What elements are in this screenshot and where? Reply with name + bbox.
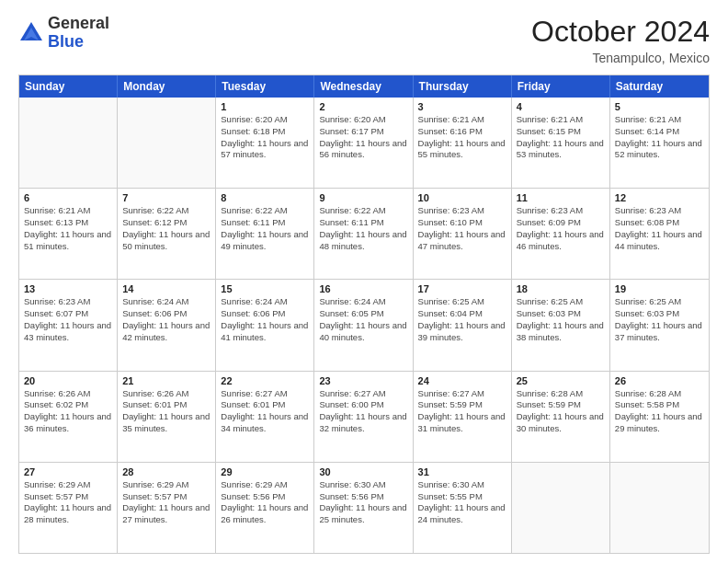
sunrise: Sunrise: 6:29 AM: [122, 479, 210, 491]
sunrise: Sunrise: 6:27 AM: [319, 388, 407, 400]
calendar-cell: 6Sunrise: 6:21 AMSunset: 6:13 PMDaylight…: [19, 189, 118, 279]
daylight: Daylight: 11 hours and 40 minutes.: [319, 320, 407, 344]
location: Tenampulco, Mexico: [531, 51, 710, 65]
calendar-cell: 8Sunrise: 6:22 AMSunset: 6:11 PMDaylight…: [216, 189, 314, 279]
day-number: 29: [221, 466, 309, 477]
calendar-week-3: 13Sunrise: 6:23 AMSunset: 6:07 PMDayligh…: [19, 279, 709, 370]
page: General Blue October 2024 Tenampulco, Me…: [0, 0, 728, 563]
sunrise: Sunrise: 6:30 AM: [418, 479, 506, 491]
sunrise: Sunrise: 6:23 AM: [517, 205, 605, 217]
daylight: Daylight: 11 hours and 34 minutes.: [221, 411, 309, 435]
day-number: 4: [517, 101, 605, 112]
calendar-cell: 22Sunrise: 6:27 AMSunset: 6:01 PMDayligh…: [216, 372, 314, 462]
calendar-cell: 29Sunrise: 6:29 AMSunset: 5:56 PMDayligh…: [216, 463, 314, 553]
sunrise: Sunrise: 6:28 AM: [615, 388, 704, 400]
calendar-cell: 12Sunrise: 6:23 AMSunset: 6:08 PMDayligh…: [610, 189, 709, 279]
calendar-cell: 9Sunrise: 6:22 AMSunset: 6:11 PMDaylight…: [314, 189, 413, 279]
calendar-cell: 2Sunrise: 6:20 AMSunset: 6:17 PMDaylight…: [314, 98, 413, 188]
day-number: 26: [615, 375, 704, 386]
day-number: 9: [319, 192, 407, 203]
daylight: Daylight: 11 hours and 35 minutes.: [122, 411, 210, 435]
daylight: Daylight: 11 hours and 42 minutes.: [122, 320, 210, 344]
calendar-cell: 30Sunrise: 6:30 AMSunset: 5:56 PMDayligh…: [314, 463, 413, 553]
sunrise: Sunrise: 6:24 AM: [319, 296, 407, 308]
day-number: 15: [221, 283, 309, 294]
sunrise: Sunrise: 6:26 AM: [24, 388, 112, 400]
calendar-cell: 17Sunrise: 6:25 AMSunset: 6:04 PMDayligh…: [414, 280, 512, 370]
day-number: 8: [221, 192, 309, 203]
daylight: Daylight: 11 hours and 38 minutes.: [517, 320, 605, 344]
day-number: 27: [24, 466, 112, 477]
header-day-tuesday: Tuesday: [216, 75, 314, 98]
sunset: Sunset: 6:06 PM: [122, 308, 210, 320]
daylight: Daylight: 11 hours and 31 minutes.: [418, 411, 506, 435]
calendar-week-4: 20Sunrise: 6:26 AMSunset: 6:02 PMDayligh…: [19, 371, 709, 462]
day-number: 30: [319, 466, 407, 477]
sunrise: Sunrise: 6:20 AM: [221, 114, 309, 126]
sunset: Sunset: 6:02 PM: [24, 399, 112, 411]
day-number: 7: [122, 192, 210, 203]
calendar-cell: 18Sunrise: 6:25 AMSunset: 6:03 PMDayligh…: [512, 280, 610, 370]
daylight: Daylight: 11 hours and 52 minutes.: [615, 138, 704, 162]
sunrise: Sunrise: 6:26 AM: [122, 388, 210, 400]
logo: General Blue: [18, 15, 109, 52]
calendar-cell: 5Sunrise: 6:21 AMSunset: 6:14 PMDaylight…: [610, 98, 709, 188]
sunrise: Sunrise: 6:21 AM: [24, 205, 112, 217]
daylight: Daylight: 11 hours and 47 minutes.: [418, 229, 506, 253]
calendar-cell: [118, 98, 216, 188]
header-day-friday: Friday: [512, 75, 610, 98]
sunset: Sunset: 5:58 PM: [615, 399, 704, 411]
day-number: 24: [418, 375, 506, 386]
sunrise: Sunrise: 6:21 AM: [418, 114, 506, 126]
daylight: Daylight: 11 hours and 26 minutes.: [221, 502, 309, 526]
sunset: Sunset: 5:57 PM: [122, 491, 210, 503]
day-number: 13: [24, 283, 112, 294]
daylight: Daylight: 11 hours and 29 minutes.: [615, 411, 704, 435]
calendar-cell: 3Sunrise: 6:21 AMSunset: 6:16 PMDaylight…: [414, 98, 512, 188]
calendar-cell: 26Sunrise: 6:28 AMSunset: 5:58 PMDayligh…: [610, 372, 709, 462]
sunrise: Sunrise: 6:22 AM: [122, 205, 210, 217]
sunset: Sunset: 6:18 PM: [221, 126, 309, 138]
sunset: Sunset: 6:01 PM: [122, 399, 210, 411]
sunset: Sunset: 6:14 PM: [615, 126, 704, 138]
day-number: 1: [221, 101, 309, 112]
day-number: 23: [319, 375, 407, 386]
sunset: Sunset: 5:56 PM: [221, 491, 309, 503]
header-day-wednesday: Wednesday: [314, 75, 413, 98]
sunrise: Sunrise: 6:24 AM: [221, 296, 309, 308]
sunset: Sunset: 5:56 PM: [319, 491, 407, 503]
day-number: 2: [319, 101, 407, 112]
daylight: Daylight: 11 hours and 48 minutes.: [319, 229, 407, 253]
calendar-cell: [512, 463, 610, 553]
daylight: Daylight: 11 hours and 53 minutes.: [517, 138, 605, 162]
calendar-cell: 25Sunrise: 6:28 AMSunset: 5:59 PMDayligh…: [512, 372, 610, 462]
sunrise: Sunrise: 6:21 AM: [615, 114, 704, 126]
daylight: Daylight: 11 hours and 36 minutes.: [24, 411, 112, 435]
sunset: Sunset: 5:59 PM: [418, 399, 506, 411]
sunset: Sunset: 6:11 PM: [221, 217, 309, 229]
calendar-week-1: 1Sunrise: 6:20 AMSunset: 6:18 PMDaylight…: [19, 98, 709, 188]
day-number: 19: [615, 283, 704, 294]
day-number: 18: [517, 283, 605, 294]
calendar-cell: 31Sunrise: 6:30 AMSunset: 5:55 PMDayligh…: [414, 463, 512, 553]
sunset: Sunset: 5:57 PM: [24, 491, 112, 503]
daylight: Daylight: 11 hours and 30 minutes.: [517, 411, 605, 435]
sunrise: Sunrise: 6:20 AM: [319, 114, 407, 126]
sunset: Sunset: 6:12 PM: [122, 217, 210, 229]
day-number: 31: [418, 466, 506, 477]
sunrise: Sunrise: 6:25 AM: [517, 296, 605, 308]
calendar-week-5: 27Sunrise: 6:29 AMSunset: 5:57 PMDayligh…: [19, 462, 709, 553]
calendar-cell: 4Sunrise: 6:21 AMSunset: 6:15 PMDaylight…: [512, 98, 610, 188]
calendar-cell: 23Sunrise: 6:27 AMSunset: 6:00 PMDayligh…: [314, 372, 413, 462]
sunrise: Sunrise: 6:30 AM: [319, 479, 407, 491]
sunset: Sunset: 6:17 PM: [319, 126, 407, 138]
day-number: 16: [319, 283, 407, 294]
sunrise: Sunrise: 6:25 AM: [615, 296, 704, 308]
daylight: Daylight: 11 hours and 55 minutes.: [418, 138, 506, 162]
sunset: Sunset: 6:10 PM: [418, 217, 506, 229]
sunset: Sunset: 6:09 PM: [517, 217, 605, 229]
sunset: Sunset: 6:05 PM: [319, 308, 407, 320]
logo-blue: Blue: [48, 33, 109, 52]
day-number: 10: [418, 192, 506, 203]
calendar-cell: 13Sunrise: 6:23 AMSunset: 6:07 PMDayligh…: [19, 280, 118, 370]
